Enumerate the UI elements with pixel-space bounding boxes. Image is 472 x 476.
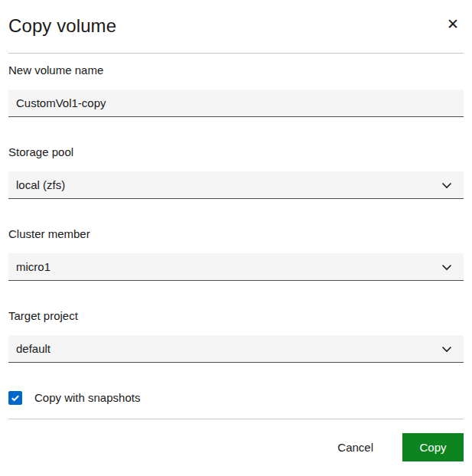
storage-pool-select[interactable]: local (zfs): [8, 171, 464, 199]
copy-with-snapshots-checkbox[interactable]: Copy with snapshots: [8, 390, 140, 406]
modal-header: Copy volume ✕: [8, 0, 464, 38]
modal-title: Copy volume: [8, 14, 116, 38]
modal-footer: Cancel Copy: [8, 419, 464, 461]
storage-pool-label: Storage pool: [8, 145, 464, 160]
volume-name-input[interactable]: [8, 90, 464, 117]
cluster-member-value: micro1: [16, 260, 50, 273]
copy-volume-form: New volume name Storage pool local (zfs)…: [8, 54, 464, 363]
cluster-member-label: Cluster member: [8, 227, 464, 242]
cancel-button[interactable]: Cancel: [324, 433, 387, 461]
target-project-label: Target project: [8, 308, 464, 324]
copy-with-snapshots-label: Copy with snapshots: [34, 390, 140, 406]
copy-button[interactable]: Copy: [402, 433, 464, 461]
field-target-project: Target project default: [8, 308, 464, 363]
cluster-member-select[interactable]: micro1: [8, 253, 464, 281]
close-icon[interactable]: ✕: [442, 14, 464, 34]
volume-name-label: New volume name: [8, 63, 464, 78]
target-project-value: default: [16, 342, 50, 355]
storage-pool-value: local (zfs): [16, 178, 65, 191]
checkbox-checked-icon: [8, 391, 22, 405]
chevron-down-icon: [441, 343, 453, 355]
copy-volume-modal: Copy volume ✕ New volume name Storage po…: [0, 0, 472, 476]
target-project-select[interactable]: default: [8, 335, 464, 363]
field-cluster-member: Cluster member micro1: [8, 227, 464, 281]
field-volume-name: New volume name: [8, 63, 464, 117]
chevron-down-icon: [441, 261, 453, 273]
field-storage-pool: Storage pool local (zfs): [8, 145, 464, 199]
chevron-down-icon: [441, 179, 453, 191]
